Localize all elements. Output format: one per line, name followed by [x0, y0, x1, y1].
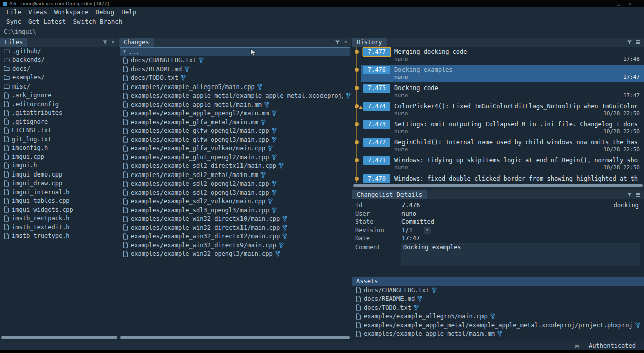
close-button[interactable]: ×: [628, 2, 632, 6]
changed-file-row[interactable]: examples/example_apple_metal/example_app…: [119, 92, 351, 101]
asset-row[interactable]: examples/example_apple_metal/main.mm: [352, 330, 644, 339]
commit-row[interactable]: 7.473 Settings: omit outputing Collapsed…: [352, 119, 644, 137]
changed-file-row[interactable]: examples/example_sdl2_vulkan/main.cpp: [119, 197, 351, 206]
file-tree-item[interactable]: examples/: [0, 73, 118, 82]
changed-file-row[interactable]: examples/example_sdl2_directx11/main.cpp: [119, 162, 351, 171]
commit-time: 10/28 22:50: [603, 128, 640, 135]
file-tree-item[interactable]: imgui_internal.h: [0, 188, 118, 197]
filter-icon[interactable]: [103, 40, 107, 45]
file-icon: [356, 322, 361, 328]
file-tree-item[interactable]: misc/: [0, 82, 118, 91]
file-tree-item[interactable]: .github/: [0, 47, 118, 56]
revision-dropdown[interactable]: ▾: [424, 227, 431, 234]
asset-row[interactable]: docs/README.md: [352, 295, 644, 304]
commit-row[interactable]: 7.474 ColorPicker4(): Fixed ImGuiColorEd…: [352, 101, 644, 119]
file-tree-item[interactable]: imgui_draw.cpp: [0, 179, 118, 188]
changed-file-row[interactable]: examples/example_glfw_vulkan/main.cpp: [119, 144, 351, 153]
maximize-button[interactable]: □: [617, 2, 621, 6]
file-icon: [123, 216, 128, 222]
file-icon: [356, 331, 361, 337]
branch-icon: [282, 225, 287, 231]
asset-row[interactable]: docs/CHANGELOG.txt: [352, 286, 644, 295]
file-tree-item[interactable]: imgui_widgets.cpp: [0, 205, 118, 214]
menu-icon[interactable]: [636, 40, 640, 45]
file-tree-item[interactable]: imgui.h: [0, 161, 118, 170]
changed-file-row[interactable]: examples/example_apple_opengl2/main.mm: [119, 109, 351, 118]
file-tree-item[interactable]: .gitattributes: [0, 109, 118, 118]
commit-row[interactable]: 7.471 Windows: tidying up skipitems logi…: [352, 155, 644, 173]
changed-file-row[interactable]: examples/example_apple_metal/main.mm: [119, 100, 351, 109]
commit-graph: [352, 155, 361, 173]
menu-item[interactable]: File: [3, 8, 25, 16]
filter-icon[interactable]: [335, 40, 340, 45]
minimize-button[interactable]: –: [607, 2, 609, 6]
changed-file-row[interactable]: examples/example_allegro5/main.cpp: [119, 82, 351, 92]
toolbar-button[interactable]: Switch Branch: [69, 17, 126, 26]
filter-icon[interactable]: [627, 40, 632, 45]
comment-value[interactable]: Docking examples: [401, 243, 640, 266]
file-tree-item[interactable]: git_log.txt: [0, 135, 118, 144]
history-horizontal-scrollbar[interactable]: [353, 184, 643, 187]
file-tree-item[interactable]: imstb_rectpack.h: [0, 214, 118, 223]
changed-file-row[interactable]: docs/CHANGELOG.txt: [119, 56, 351, 65]
file-tree-item[interactable]: imconfig.h: [0, 144, 118, 153]
toolbar-button[interactable]: Sync: [3, 17, 25, 26]
close-panel-icon[interactable]: ×: [344, 40, 347, 45]
changes-root-row[interactable]: ▼ ...: [120, 47, 350, 56]
file-tree-item[interactable]: imgui.cpp: [0, 152, 118, 161]
changed-file-row[interactable]: docs/README.md: [119, 65, 351, 74]
file-tree-item[interactable]: imstb_textedit.h: [0, 223, 118, 232]
file-tree-item[interactable]: backends/: [0, 56, 118, 65]
changed-file-row[interactable]: docs/TODO.txt: [119, 74, 351, 83]
menu-icon[interactable]: [636, 192, 640, 198]
changed-file-row[interactable]: examples/example_sdl3_opengl3/main.cpp: [119, 206, 351, 215]
commit-graph: [352, 173, 361, 183]
file-tree-item[interactable]: .ark_ignore: [0, 91, 118, 100]
file-tree-item[interactable]: LICENSE.txt: [0, 126, 118, 135]
graph-dot-icon: [355, 140, 359, 144]
files-horizontal-scrollbar[interactable]: [1, 336, 117, 339]
changed-file-row[interactable]: examples/example_glfw_metal/main.mm: [119, 118, 351, 127]
menu-item[interactable]: Help: [118, 8, 140, 16]
menu-item[interactable]: Debug: [92, 8, 118, 16]
file-icon: [4, 136, 9, 142]
asset-row[interactable]: examples/example_allegro5/main.cpp: [352, 312, 644, 321]
menu-item[interactable]: Workspace: [51, 8, 92, 16]
close-panel-icon[interactable]: ×: [111, 40, 115, 45]
changed-file-row[interactable]: examples/example_win32_directx11/main.cp…: [119, 223, 351, 232]
changed-file-row[interactable]: examples/example_sdl2_opengl3/main.cpp: [119, 188, 351, 197]
file-tree-item[interactable]: imgui_demo.cpp: [0, 170, 118, 179]
changed-file-row[interactable]: examples/example_glut_opengl2/main.cpp: [119, 153, 351, 162]
asset-row[interactable]: docs/TODO.txt: [352, 303, 644, 312]
file-name: imstb_textedit.h: [12, 224, 70, 231]
commit-row[interactable]: 7.472 BeginChild(): Internal name used b…: [352, 137, 644, 155]
file-tree-item[interactable]: .gitignore: [0, 117, 118, 126]
commit-row[interactable]: 7.477 Merging docking code nuno 17:48: [352, 47, 644, 65]
file-tree-item[interactable]: docs/: [0, 64, 118, 73]
commit-row[interactable]: 7.470 Windows: fixed double-clicked bord…: [352, 173, 644, 183]
asset-row[interactable]: examples/example_apple_metal/example_app…: [352, 321, 644, 330]
file-tree-item[interactable]: imgui_tables.cpp: [0, 197, 118, 206]
changed-file-row[interactable]: examples/example_win32_opengl3/main.cpp: [119, 250, 351, 259]
changes-horizontal-scrollbar[interactable]: [120, 336, 350, 339]
commit-row[interactable]: 7.476 Docking examples nuno 17:47: [352, 65, 644, 83]
file-tree-item[interactable]: imstb_truetype.h: [0, 232, 118, 241]
mail-icon[interactable]: ✉: [575, 342, 579, 350]
toolbar-button[interactable]: Get Latest: [25, 17, 69, 26]
changed-file-row[interactable]: examples/example_glfw_opengl2/main.cpp: [119, 127, 351, 136]
changed-file-row[interactable]: examples/example_glfw_opengl3/main.cpp: [119, 135, 351, 144]
commit-graph: [352, 65, 361, 83]
commit-row[interactable]: 7.475 Docking code nuno 17:47: [352, 83, 644, 101]
changed-file-row[interactable]: examples/example_sdl2_metal/main.mm: [119, 170, 351, 180]
changed-file-path: examples/example_win32_directx10/main.cp…: [131, 215, 280, 222]
changed-file-row[interactable]: examples/example_win32_directx12/main.cp…: [119, 232, 351, 241]
chevron-down-icon[interactable]: ▼: [123, 49, 126, 54]
menu-item[interactable]: Views: [25, 8, 51, 16]
assets-panel-header[interactable]: Assets: [352, 277, 644, 286]
changed-file-row[interactable]: examples/example_win32_directx10/main.cp…: [119, 215, 351, 224]
graph-dot-icon: [355, 104, 359, 108]
changed-file-row[interactable]: examples/example_sdl2_opengl2/main.cpp: [119, 180, 351, 189]
filter-icon[interactable]: [627, 193, 632, 197]
changed-file-row[interactable]: examples/example_win32_directx9/main.cpp: [119, 241, 351, 250]
file-tree-item[interactable]: .editorconfig: [0, 100, 118, 109]
